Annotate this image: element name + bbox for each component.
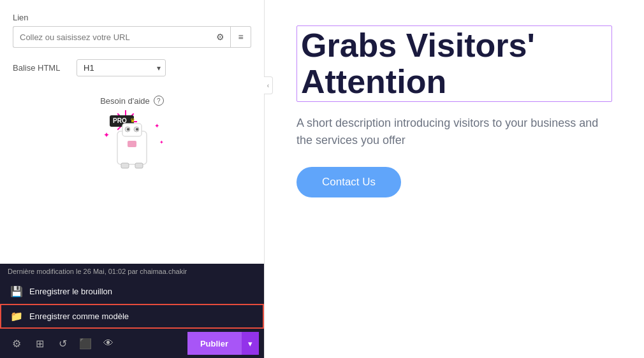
help-row: Besoin d'aide ? [13, 96, 251, 106]
chevron-down-icon: ▾ [248, 339, 252, 348]
help-text: Besoin d'aide [100, 96, 150, 106]
svg-text:♛: ♛ [130, 117, 135, 124]
history-toolbar-button[interactable]: ↺ [51, 332, 74, 355]
save-template-label: Enregistrer comme modèle [29, 311, 129, 321]
pro-illustration: PRO ♛ ✦ ✦ ✦ [91, 106, 173, 169]
publish-button[interactable]: Publier [187, 332, 241, 355]
save-draft-button[interactable]: 💾 Enregistrer le brouillon [0, 279, 264, 304]
stack-toolbar-icon: ⊞ [36, 338, 44, 350]
svg-rect-19 [135, 163, 143, 168]
right-preview: Grabs Visitors' Attention A short descri… [265, 0, 644, 358]
svg-text:✦: ✦ [103, 131, 110, 140]
gear-btn[interactable]: ⚙ [210, 26, 231, 48]
svg-text:✦: ✦ [159, 140, 164, 145]
save-template-icon: 📁 [10, 310, 23, 322]
bottom-toolbar: ⚙ ⊞ ↺ ⬛ 👁 Publier ▾ [0, 329, 264, 358]
balise-html-row: Balise HTML H1 H2 H3 H4 H5 H6 p div [13, 59, 251, 76]
history-toolbar-icon: ↺ [59, 338, 67, 350]
svg-point-16 [136, 128, 138, 131]
balise-label: Balise HTML [13, 63, 64, 73]
svg-text:✦: ✦ [154, 122, 159, 129]
gear-icon: ⚙ [216, 32, 224, 42]
svg-rect-17 [128, 141, 136, 147]
preview-heading: Grabs Visitors' Attention [296, 25, 612, 102]
panel-content: Lien ⚙ ≡ Balise HTML H1 H2 H3 H4 [0, 0, 264, 264]
layers-btn[interactable]: ≡ [231, 26, 251, 48]
contact-us-button[interactable]: Contact Us [296, 167, 401, 197]
save-draft-icon: 💾 [10, 285, 23, 297]
balise-select-wrapper: H1 H2 H3 H4 H5 H6 p div [77, 59, 166, 76]
publish-btn-group: Publier ▾ [187, 332, 259, 355]
publish-dropdown-button[interactable]: ▾ [241, 332, 259, 355]
device-toolbar-icon: ⬛ [79, 338, 92, 350]
lien-field-group: Lien ⚙ ≡ [13, 13, 251, 48]
stack-toolbar-button[interactable]: ⊞ [28, 332, 51, 355]
eye-toolbar-button[interactable]: 👁 [97, 332, 120, 355]
layers-icon: ≡ [238, 32, 243, 42]
url-input-row: ⚙ ≡ [13, 26, 251, 48]
action-buttons-area: Dernière modification le 26 Mai, 01:02 p… [0, 264, 264, 329]
balise-select[interactable]: H1 H2 H3 H4 H5 H6 p div [77, 59, 166, 76]
illustration-area: PRO ♛ ✦ ✦ ✦ [13, 106, 251, 169]
svg-rect-18 [121, 163, 129, 168]
preview-description: A short description introducing visitors… [296, 115, 603, 149]
settings-toolbar-button[interactable]: ⚙ [5, 332, 28, 355]
left-panel: Lien ⚙ ≡ Balise HTML H1 H2 H3 H4 [0, 0, 265, 358]
help-icon[interactable]: ? [154, 96, 164, 106]
svg-point-15 [127, 128, 129, 131]
settings-toolbar-icon: ⚙ [12, 338, 21, 350]
device-toolbar-button[interactable]: ⬛ [74, 332, 97, 355]
last-modified-bar: Dernière modification le 26 Mai, 01:02 p… [0, 264, 264, 279]
collapse-arrow[interactable]: ‹ [264, 76, 273, 94]
lien-label: Lien [13, 13, 251, 22]
save-draft-label: Enregistrer le brouillon [29, 287, 112, 296]
url-input[interactable] [13, 26, 210, 48]
eye-toolbar-icon: 👁 [103, 338, 113, 349]
save-template-button[interactable]: 📁 Enregistrer comme modèle [0, 304, 264, 329]
